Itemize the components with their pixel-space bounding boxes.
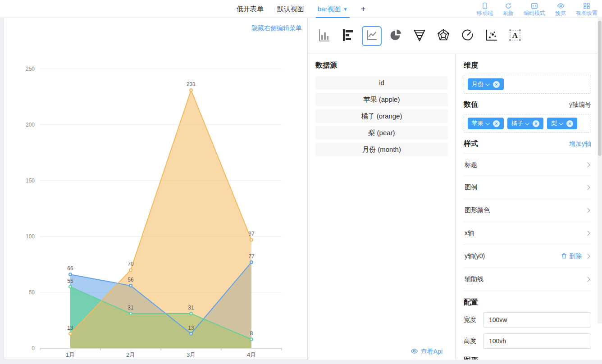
navbar-actions: 移动端 刷新 编码模式 [477,0,597,18]
editor-body: 数据源 id 苹果 (apple) 橘子 (orange) 梨 (pear) 月… [308,54,602,359]
mobile-button[interactable]: 移动端 [477,2,493,16]
chart-type-line-button[interactable] [362,26,382,46]
editor-region: A 数据源 id 苹果 (apple) 橘子 (orange) 梨 (pear)… [308,18,602,360]
svg-text:150: 150 [26,177,35,184]
chevron-down-icon[interactable]: ▼ [343,7,347,12]
chevron-down-icon[interactable] [559,121,563,125]
chart-type-funnel-button[interactable] [410,26,429,46]
chevron-right-icon [585,277,590,282]
dimension-dropzone[interactable]: 月份 × [464,75,591,94]
chevron-right-icon [585,254,590,259]
text-element-icon: A [508,28,522,44]
view-settings-icon [583,2,590,9]
svg-text:66: 66 [67,265,73,272]
preview-icon [557,2,565,9]
style-item-guide-lines[interactable]: 辅助线 [464,268,591,291]
dimension-tag-month[interactable]: 月份 × [468,78,504,90]
svg-text:2月: 2月 [126,351,135,358]
code-mode-icon [531,2,538,9]
refresh-icon [505,2,512,9]
line-chart-icon [365,28,379,44]
remove-tag-icon[interactable]: × [493,120,500,127]
area-line-chart[interactable]: 0501001502002501月2月3月4月66561377553131813… [4,18,307,359]
chart-type-toolbar: A [308,18,602,54]
chart-type-text-button[interactable]: A [505,26,525,46]
chevron-down-icon[interactable] [485,121,490,125]
svg-text:8: 8 [250,330,253,337]
svg-text:231: 231 [187,81,196,87]
style-item-x-axis[interactable]: x轴 [464,222,591,245]
eye-icon [410,348,418,356]
svg-text:0: 0 [32,345,35,351]
svg-text:1月: 1月 [66,351,75,358]
chart-type-bar-button[interactable] [314,26,334,46]
field-orange[interactable]: 橘子 (orange) [315,109,448,123]
field-id[interactable]: id [315,76,448,90]
datasource-panel: 数据源 id 苹果 (apple) 橘子 (orange) 梨 (pear) 月… [308,54,456,359]
svg-text:70: 70 [128,261,134,267]
tab-low-code-form[interactable]: 低开表单 [237,0,264,18]
add-view-button[interactable]: + [361,0,365,18]
svg-text:56: 56 [128,277,134,283]
style-item-title[interactable]: 标题 [464,153,591,176]
svg-text:3月: 3月 [187,351,196,358]
svg-text:97: 97 [248,231,255,237]
svg-text:A: A [512,31,518,40]
chevron-right-icon [585,162,590,167]
style-item-legend[interactable]: 图例 [464,176,591,199]
pie-chart-icon [388,28,403,44]
metric-tag-orange[interactable]: 橘子 × [507,118,543,129]
config-title: 配置 [464,298,591,307]
svg-text:55: 55 [67,278,73,284]
chevron-down-icon[interactable] [485,82,490,86]
metrics-dropzone[interactable]: 苹果 × 橘子 × 梨 × [464,114,591,133]
view-api-link[interactable]: 查看Api [410,348,442,356]
field-pear[interactable]: 梨 (pear) [315,126,448,140]
field-apple[interactable]: 苹果 (apple) [315,93,448,106]
delete-y-axis-button[interactable]: 删除 [561,252,582,260]
preview-button[interactable]: 预览 [555,2,566,16]
scatter-chart-icon [484,28,498,44]
style-list: 标题 图例 图形颜色 x轴 y轴(y0) [464,153,591,291]
chart-type-gauge-button[interactable] [457,26,477,46]
chart-type-horizontal-bar-button[interactable] [338,26,358,46]
chevron-right-icon [585,231,590,236]
panel-scrollbar[interactable] [597,18,602,323]
svg-text:100: 100 [26,233,35,240]
remove-tag-icon[interactable]: × [566,120,573,127]
chevron-right-icon [585,185,590,190]
chevron-down-icon[interactable] [525,121,529,125]
view-settings-button[interactable]: 视图设置 [576,2,597,16]
metric-tag-pear[interactable]: 梨 × [547,118,577,129]
remove-tag-icon[interactable]: × [533,120,539,127]
hide-right-menu-link[interactable]: 隐藏右侧编辑菜单 [251,24,302,32]
code-mode-button[interactable]: 编码模式 [524,2,545,16]
chart-type-scatter-button[interactable] [481,26,501,46]
tab-bar-view[interactable]: bar视图 ▼ [318,0,348,18]
style-item-colors[interactable]: 图形颜色 [464,199,591,222]
chart-type-pie-button[interactable] [386,26,406,46]
svg-text:77: 77 [248,253,255,259]
height-input[interactable] [483,333,591,349]
graphic-title: 图形 [464,356,591,359]
metric-tag-apple[interactable]: 苹果 × [468,118,504,129]
width-input[interactable] [483,312,591,328]
scrollbar-thumb[interactable] [598,21,602,156]
chart-canvas-panel: 隐藏右侧编辑菜单 0501001502002501月2月3月4月66561377… [4,18,308,360]
svg-text:4月: 4月 [247,351,256,358]
trash-icon [561,253,567,260]
add-y-axis-link[interactable]: 增加y轴 [569,140,591,148]
svg-text:13: 13 [188,325,194,331]
remove-tag-icon[interactable]: × [493,81,500,88]
style-item-y-axis[interactable]: y轴(y0) 删除 [464,245,591,268]
y-axis-number-hint: y轴编号 [569,101,591,109]
chart-type-radar-button[interactable] [433,26,453,46]
tab-default-view[interactable]: 默认视图 [277,0,304,18]
refresh-button[interactable]: 刷新 [503,2,514,16]
datasource-title: 数据源 [315,61,448,70]
svg-text:50: 50 [29,289,35,296]
svg-text:31: 31 [188,305,194,311]
field-month[interactable]: 月份 (month) [315,143,448,156]
bar-chart-icon [317,28,331,44]
height-label: 高度 [464,337,477,345]
